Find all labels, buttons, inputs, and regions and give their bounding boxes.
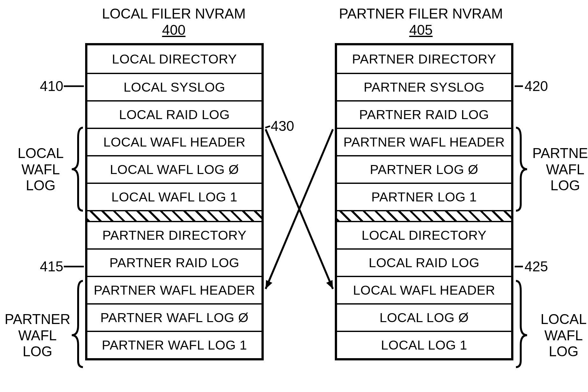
ref-425: 425	[525, 259, 548, 275]
brace-label-local-wafl-right: LOCAL WAFL LOG	[536, 311, 588, 360]
arrowhead-right-to-left	[264, 279, 273, 289]
leader-430	[265, 126, 270, 128]
brace-label-partner-wafl-right: PARTNER WAFL LOG	[531, 145, 588, 194]
row: LOCAL LOG 1	[337, 331, 511, 358]
right-title-number: 405	[320, 22, 521, 38]
row: PARTNER LOG Ø	[337, 155, 511, 183]
arrow-right-to-left	[266, 129, 333, 289]
row: PARTNER LOG 1	[337, 183, 511, 210]
arrowhead-left-to-right	[325, 279, 334, 289]
brace-label-local-wafl: LOCAL WAFL LOG	[13, 145, 69, 194]
row: LOCAL RAID LOG	[87, 100, 261, 128]
left-title: LOCAL FILER NVRAM	[85, 6, 263, 22]
row: PARTNER DIRECTORY	[87, 221, 261, 248]
brace-left-bottom	[72, 281, 83, 367]
row: PARTNER WAFL HEADER	[87, 276, 261, 303]
row: LOCAL WAFL HEADER	[337, 276, 511, 303]
row: PARTNER RAID LOG	[87, 248, 261, 276]
row: LOCAL WAFL LOG Ø	[87, 155, 261, 183]
brace-label-partner-wafl: PARTNER WAFL LOG	[3, 311, 72, 360]
brace-right-bottom	[516, 281, 527, 367]
left-title-block: LOCAL FILER NVRAM 400	[85, 6, 263, 38]
row: LOCAL DIRECTORY	[87, 45, 261, 73]
row: PARTNER WAFL HEADER	[337, 128, 511, 155]
row: PARTNER DIRECTORY	[337, 45, 511, 73]
ref-415: 415	[40, 259, 63, 275]
local-nvram-box: LOCAL DIRECTORY LOCAL SYSLOG LOCAL RAID …	[85, 43, 264, 360]
hatched-divider	[87, 210, 261, 221]
partner-nvram-box: PARTNER DIRECTORY PARTNER SYSLOG PARTNER…	[335, 43, 513, 360]
ref-410: 410	[40, 78, 63, 94]
ref-420: 420	[525, 78, 548, 94]
row: LOCAL SYSLOG	[87, 73, 261, 100]
brace-right-top	[516, 128, 527, 211]
ref-430: 430	[271, 118, 294, 134]
hatched-divider	[337, 210, 511, 221]
diagram-canvas: LOCAL FILER NVRAM 400 PARTNER FILER NVRA…	[0, 0, 588, 392]
row: PARTNER SYSLOG	[337, 73, 511, 100]
row: LOCAL DIRECTORY	[337, 221, 511, 248]
row: LOCAL WAFL LOG 1	[87, 183, 261, 210]
brace-left-top	[72, 128, 83, 211]
row: PARTNER WAFL LOG 1	[87, 331, 261, 358]
row: LOCAL LOG Ø	[337, 303, 511, 331]
arrow-left-to-right	[266, 129, 333, 289]
right-title: PARTNER FILER NVRAM	[320, 6, 521, 22]
left-title-number: 400	[85, 22, 263, 38]
row: PARTNER RAID LOG	[337, 100, 511, 128]
row: LOCAL RAID LOG	[337, 248, 511, 276]
row: PARTNER WAFL LOG Ø	[87, 303, 261, 331]
row: LOCAL WAFL HEADER	[87, 128, 261, 155]
right-title-block: PARTNER FILER NVRAM 405	[320, 6, 521, 38]
